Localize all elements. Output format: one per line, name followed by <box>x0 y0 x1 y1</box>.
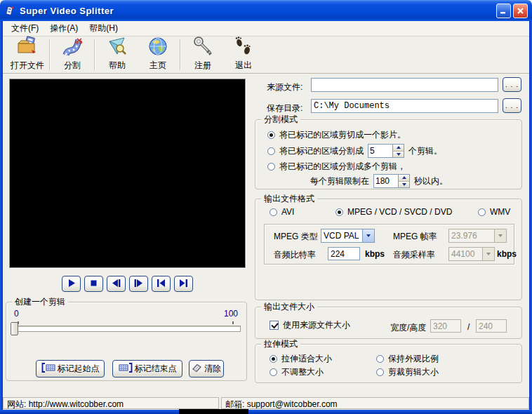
home-button[interactable]: 主页 <box>138 37 178 72</box>
stretch-radio-crop[interactable] <box>376 368 384 376</box>
menu-action[interactable]: 操作(A) <box>44 20 84 36</box>
window-border-left <box>0 21 3 414</box>
go-end-button[interactable] <box>174 276 193 292</box>
split-mode-radio-n-clips[interactable] <box>267 147 275 155</box>
framerate-combo: 23.976 <box>448 229 507 243</box>
option-label: 拉伸适合大小 <box>281 353 332 365</box>
open-file-icon <box>16 36 39 59</box>
split-button[interactable]: 分割 <box>52 37 93 72</box>
spin-down-button[interactable] <box>393 152 404 158</box>
save-dir-input[interactable] <box>311 99 498 113</box>
playback-controls <box>9 276 246 292</box>
split-mode-radio-one-movie[interactable] <box>267 131 275 139</box>
option-label: 使用来源文件大小 <box>283 319 350 331</box>
option-label: 秒以内。 <box>414 175 448 187</box>
exit-button[interactable]: 退出 <box>223 37 264 72</box>
slider-min-label: 0 <box>14 309 19 319</box>
option-label: WMV <box>490 207 510 217</box>
combo-value: 44100 <box>449 248 482 260</box>
button-label: 标记结束点 <box>135 363 177 375</box>
stretch-radio-keep-aspect[interactable] <box>376 355 384 363</box>
next-frame-icon <box>133 278 145 291</box>
source-file-label: 来源文件: <box>267 81 302 93</box>
mpeg-type-label: MPEG 类型 <box>274 231 318 243</box>
menubar: 文件(F) 操作(A) 帮助(H) <box>3 21 529 36</box>
minimize-button[interactable] <box>496 4 511 18</box>
status-website: 网站: http://www.witcobber.com <box>3 397 219 409</box>
save-dir-browse-button[interactable]: . . . <box>503 98 521 113</box>
stop-icon <box>88 278 100 291</box>
width-height-label: 宽度/高度 <box>390 322 426 334</box>
button-label: 标记起始点 <box>58 363 100 375</box>
group-title: 输出文件大小 <box>261 302 317 312</box>
seconds-limit-spinner <box>373 174 410 188</box>
toolbar-label: 退出 <box>235 60 252 72</box>
mpeg-type-combo[interactable]: VCD PAL <box>321 229 375 243</box>
option-label: AVI <box>281 207 294 217</box>
use-source-size-checkbox[interactable] <box>270 321 279 330</box>
split-mode-radio-limit-seconds[interactable] <box>267 163 275 171</box>
mark-start-icon <box>41 363 55 375</box>
button-label: 清除 <box>204 363 221 375</box>
clip-slider-track[interactable] <box>12 326 241 332</box>
toolbar-separator <box>94 39 95 70</box>
menu-help[interactable]: 帮助(H) <box>84 20 124 36</box>
window-title: Super Video Splitter <box>20 6 114 16</box>
size-separator: / <box>467 322 470 332</box>
register-button[interactable]: 注册 <box>182 37 223 72</box>
format-radio-wmv[interactable] <box>478 208 486 216</box>
output-format-group: 输出文件格式 AVI MPEG / VCD / SVCD / DVD WMV <box>255 199 522 300</box>
window-border-bottom <box>0 410 532 414</box>
toolbar-label: 打开文件 <box>11 60 44 72</box>
seconds-limit-input[interactable] <box>374 175 398 187</box>
option-label: 将已标记的区域分割成 <box>279 145 364 157</box>
combo-value: 23.976 <box>449 229 494 242</box>
spin-up-button[interactable] <box>393 145 404 152</box>
close-button[interactable] <box>513 4 528 18</box>
option-label: 将已标记的区域分割成多个剪辑， <box>279 161 406 173</box>
help-icon <box>106 36 128 59</box>
window-border-right <box>529 21 532 414</box>
framerate-label: MPEG 帧率 <box>393 231 437 243</box>
create-clip-group: 创建一个剪辑 0 100 标记起始点 <box>6 302 247 381</box>
play-button[interactable] <box>62 276 81 292</box>
save-dir-label: 保存目录: <box>267 102 302 114</box>
dropdown-arrow-icon[interactable] <box>362 229 374 242</box>
stretch-radio-no-resize[interactable] <box>270 368 277 376</box>
source-file-input[interactable] <box>311 78 498 92</box>
register-icon <box>192 36 214 59</box>
audio-samplerate-label: 音频采样率 <box>393 249 435 261</box>
height-input <box>476 319 507 333</box>
audio-bitrate-input[interactable] <box>328 247 360 260</box>
toolbar-label: 注册 <box>194 60 211 72</box>
output-size-group: 输出文件大小 使用来源文件大小 宽度/高度 / <box>255 307 522 339</box>
dropdown-arrow-icon <box>482 248 494 260</box>
slider-max-label: 100 <box>224 309 238 319</box>
spin-up-button[interactable] <box>399 175 409 182</box>
format-radio-avi[interactable] <box>270 208 277 216</box>
open-file-button[interactable]: 打开文件 <box>7 37 48 72</box>
help-button[interactable]: 帮助 <box>97 37 138 72</box>
mark-end-button[interactable]: 标记结束点 <box>112 360 182 378</box>
next-frame-button[interactable] <box>129 276 148 292</box>
source-browse-button[interactable]: . . . <box>503 77 521 92</box>
clip-slider-thumb[interactable] <box>11 322 18 335</box>
stretch-radio-fit[interactable] <box>270 355 277 363</box>
clip-count-input[interactable] <box>368 145 392 157</box>
titlebar: Super Video Splitter <box>0 0 532 21</box>
split-icon <box>61 36 84 59</box>
prev-frame-icon <box>110 278 122 291</box>
audio-samplerate-unit: kbps <box>497 249 517 259</box>
play-icon <box>65 278 77 291</box>
spin-down-button[interactable] <box>399 182 409 188</box>
toolbar: 打开文件 分割 <box>3 36 529 74</box>
go-start-button[interactable] <box>152 276 171 292</box>
stop-button[interactable] <box>84 276 103 292</box>
mark-start-button[interactable]: 标记起始点 <box>36 360 105 378</box>
clear-button[interactable]: 清除 <box>189 360 224 378</box>
menu-file[interactable]: 文件(F) <box>6 20 44 36</box>
prev-frame-button[interactable] <box>107 276 126 292</box>
video-preview <box>9 79 246 268</box>
format-radio-mpeg[interactable] <box>335 208 343 216</box>
group-title: 创建一个剪辑 <box>12 297 68 307</box>
